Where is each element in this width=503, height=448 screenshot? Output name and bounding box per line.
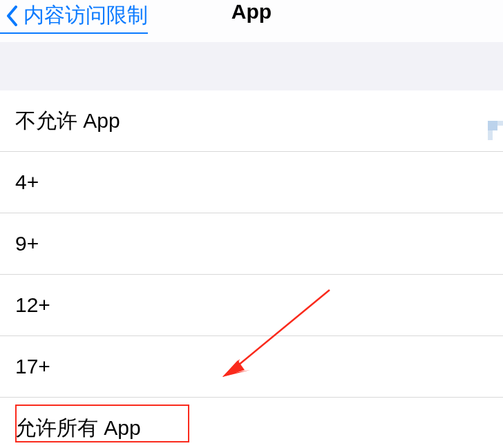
option-label: 4+ [15,171,39,194]
back-label: 内容访问限制 [23,1,148,30]
option-17plus[interactable]: 17+ [0,336,503,398]
option-label: 12+ [15,293,50,317]
section-spacer [0,42,503,90]
option-label: 不允许 App [15,107,120,135]
option-9plus[interactable]: 9+ [0,213,503,275]
back-button[interactable]: 内容访问限制 [0,1,148,34]
option-dont-allow[interactable]: 不允许 App [0,90,503,152]
option-12plus[interactable]: 12+ [0,275,503,336]
option-4plus[interactable]: 4+ [0,152,503,213]
navigation-header: 内容访问限制 App [0,0,503,42]
option-allow-all[interactable]: 允许所有 App [0,398,503,448]
option-label: 允许所有 App [15,414,141,442]
option-label: 17+ [15,355,50,378]
options-list: 不允许 App 4+ 9+ 12+ 17+ 允许所有 App [0,90,503,448]
chevron-left-icon [6,5,19,27]
page-title: App [231,0,272,23]
option-label: 9+ [15,232,39,255]
